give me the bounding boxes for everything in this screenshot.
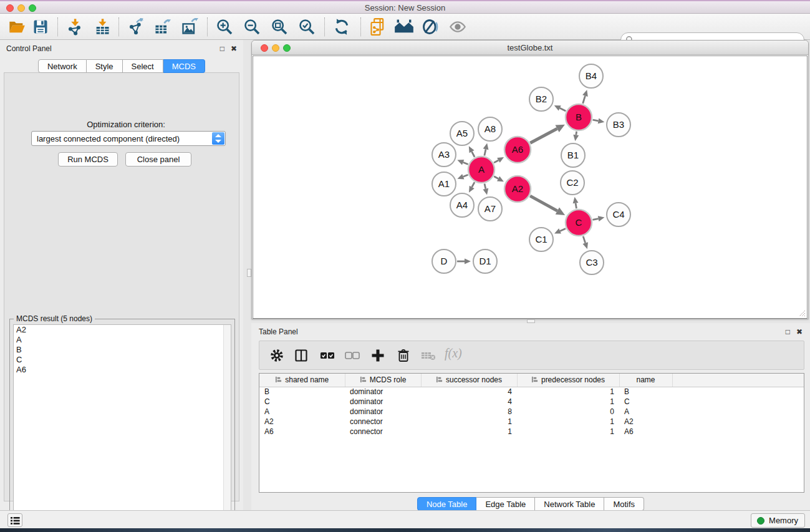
table-cell[interactable]: C — [619, 397, 672, 407]
table-float-icon[interactable]: □ — [786, 327, 790, 336]
tab-select[interactable]: Select — [123, 59, 163, 73]
export-image-icon[interactable] — [181, 18, 198, 36]
function-builder-icon[interactable]: f(x) — [445, 346, 462, 360]
edge-A-A7[interactable] — [485, 183, 486, 188]
table-cell[interactable]: dominator — [345, 407, 421, 417]
refresh-icon[interactable] — [333, 18, 350, 36]
resize-grip-icon[interactable] — [798, 309, 806, 317]
show-hide-graphics-icon[interactable] — [422, 18, 439, 36]
result-scrollbar[interactable] — [223, 325, 231, 526]
result-list-item[interactable]: A — [14, 335, 231, 345]
gear-icon[interactable] — [269, 348, 284, 363]
eye-icon[interactable] — [449, 18, 466, 36]
optimization-criterion-select[interactable]: largest connected component (directed) — [31, 131, 226, 146]
result-list-item[interactable]: A6 — [14, 365, 231, 375]
import-table-icon[interactable] — [94, 18, 111, 36]
edge-B-B1[interactable] — [576, 132, 577, 135]
network-window-titlebar[interactable]: testGlobe.txt — [252, 41, 808, 55]
column-header-name[interactable]: name — [619, 374, 672, 387]
tab-style[interactable]: Style — [87, 59, 123, 73]
table-row[interactable]: Adominator80A — [259, 407, 804, 417]
table-cell[interactable]: A — [619, 407, 672, 417]
delete-table-icon[interactable] — [420, 348, 436, 363]
tab-network[interactable]: Network — [38, 59, 87, 73]
export-table-icon[interactable] — [153, 18, 171, 36]
table-row[interactable]: A6connector11A6 — [259, 427, 804, 437]
table-cell[interactable]: dominator — [345, 387, 421, 397]
table-cell[interactable]: 8 — [421, 407, 517, 417]
table-cell[interactable]: 4 — [421, 387, 517, 397]
deselect-all-icon[interactable] — [344, 348, 360, 363]
column-header-successor-nodes[interactable]: successor nodes — [421, 374, 517, 387]
table-row[interactable]: A2connector11A2 — [259, 417, 804, 427]
edge-B-B3[interactable] — [593, 120, 599, 121]
run-mcds-button[interactable]: Run MCDS — [58, 152, 118, 167]
table-cell[interactable]: 0 — [517, 407, 619, 417]
zoom-out-icon[interactable] — [243, 18, 261, 36]
edge-A-A4[interactable] — [472, 182, 475, 187]
node-table-grid[interactable]: shared nameMCDS rolesuccessor nodesprede… — [259, 374, 804, 437]
table-row[interactable]: Bdominator41B — [259, 387, 804, 397]
edge-C-C3[interactable] — [583, 236, 586, 243]
edge-A-A8[interactable] — [485, 149, 486, 155]
edge-A-A5[interactable] — [472, 152, 475, 157]
table-cell[interactable]: B — [619, 387, 672, 397]
add-column-icon[interactable] — [370, 348, 385, 363]
table-cell[interactable]: connector — [345, 417, 421, 427]
table-cell[interactable]: dominator — [345, 397, 421, 407]
edge-A-A6[interactable] — [494, 160, 498, 163]
column-header-predecessor-nodes[interactable]: predecessor nodes — [517, 374, 619, 387]
column-header-shared-name[interactable]: shared name — [259, 374, 345, 387]
tab-edge-table[interactable]: Edge Table — [476, 497, 535, 511]
mcds-result-list[interactable]: A2ABCA6 — [13, 324, 231, 527]
edge-C-C2[interactable] — [576, 203, 576, 209]
select-all-icon[interactable] — [319, 348, 335, 363]
table-cell[interactable]: A2 — [259, 417, 345, 427]
table-cell[interactable]: 4 — [421, 397, 517, 407]
table-cell[interactable]: 1 — [517, 387, 619, 397]
zoom-in-icon[interactable] — [216, 18, 233, 36]
tab-node-table[interactable]: Node Table — [417, 497, 477, 511]
table-cell[interactable]: 1 — [421, 417, 517, 427]
table-cell[interactable]: C — [259, 397, 345, 407]
table-cell[interactable]: A6 — [259, 427, 345, 437]
column-header-MCDS-role[interactable]: MCDS role — [345, 374, 421, 387]
float-panel-icon[interactable]: □ — [220, 44, 224, 53]
network-graph[interactable]: B4B2BB3B1A5A8A6A3AA1C2A2A4A7CC4C1C3DD1 — [253, 56, 807, 318]
table-cell[interactable]: 1 — [517, 417, 619, 427]
edge-B-B2[interactable] — [560, 108, 566, 111]
table-cell[interactable]: A2 — [619, 417, 672, 427]
first-neighbors-icon[interactable] — [394, 18, 414, 36]
edge-C-C4[interactable] — [593, 219, 599, 220]
edge-B-B4[interactable] — [583, 96, 586, 104]
table-cell[interactable]: 1 — [517, 397, 619, 407]
export-network-icon[interactable] — [127, 18, 145, 36]
open-file-icon[interactable] — [8, 18, 26, 36]
edge-C-C1[interactable] — [560, 228, 566, 231]
table-cell[interactable]: A6 — [619, 427, 672, 437]
table-row[interactable]: Cdominator41C — [259, 397, 804, 407]
edge-A-A3[interactable] — [463, 162, 468, 164]
close-panel-button[interactable]: Close panel — [125, 152, 191, 167]
table-cell[interactable]: 1 — [421, 427, 517, 437]
save-session-icon[interactable] — [32, 18, 49, 36]
clone-network-icon[interactable] — [369, 18, 387, 36]
edge-A-A2[interactable] — [494, 177, 498, 179]
table-close-icon[interactable]: ✖ — [796, 327, 803, 336]
edge-A-A1[interactable] — [463, 175, 468, 177]
tab-network-table[interactable]: Network Table — [535, 497, 604, 511]
network-canvas[interactable]: B4B2BB3B1A5A8A6A3AA1C2A2A4A7CC4C1C3DD1 — [253, 56, 808, 319]
close-panel-icon[interactable]: ✖ — [231, 44, 237, 53]
table-cell[interactable]: connector — [345, 427, 421, 437]
zoom-fit-icon[interactable] — [271, 18, 288, 36]
show-panels-button[interactable] — [7, 513, 22, 527]
table-cell[interactable]: A — [259, 407, 345, 417]
zoom-selected-icon[interactable] — [298, 18, 316, 36]
result-list-item[interactable]: C — [14, 355, 231, 365]
split-column-icon[interactable] — [294, 348, 309, 363]
table-cell[interactable]: 1 — [517, 427, 619, 437]
memory-button[interactable]: Memory — [751, 513, 805, 528]
edge-A2-C[interactable] — [530, 196, 557, 211]
delete-icon[interactable] — [396, 348, 411, 363]
result-list-item[interactable]: A2 — [14, 325, 231, 335]
